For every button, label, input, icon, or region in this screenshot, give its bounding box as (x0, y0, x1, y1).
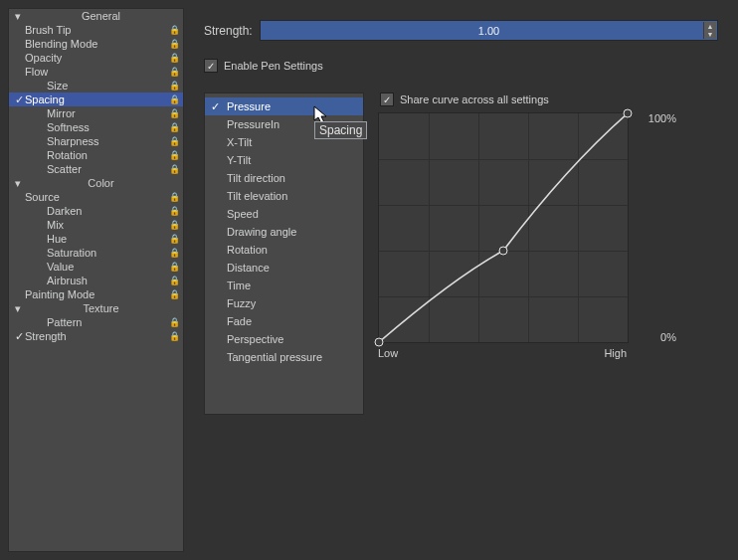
check-icon: ✓ (211, 100, 225, 113)
sensor-item-perspective[interactable]: ✓Perspective (205, 330, 363, 348)
sidebar-item-painting-mode[interactable]: ✓Painting Mode🔒 (9, 287, 183, 301)
spin-up-icon[interactable]: ▲ (704, 22, 716, 31)
collapse-icon: ▾ (13, 177, 23, 190)
sidebar-item-blending-mode[interactable]: ✓Blending Mode🔒 (9, 37, 183, 51)
sensor-item-tangential-pressure[interactable]: ✓Tangential pressure (205, 348, 363, 366)
sidebar-item-label: Mirror (25, 107, 169, 119)
lock-icon: 🔒 (169, 248, 179, 258)
check-icon: ✓ (13, 330, 25, 343)
lock-icon: 🔒 (169, 25, 179, 35)
sensor-item-y-tilt[interactable]: ✓Y-Tilt (205, 151, 363, 169)
sidebar-item-softness[interactable]: ✓Softness🔒 (9, 120, 183, 134)
share-curve-checkbox[interactable]: ✓ Share curve across all settings (380, 93, 718, 106)
checkbox-icon: ✓ (380, 93, 394, 106)
lock-icon: 🔒 (169, 276, 179, 285)
sidebar-item-label: Opacity (25, 52, 169, 64)
sensor-label: Fuzzy (225, 297, 256, 309)
sidebar-item-label: Value (25, 261, 169, 273)
strength-label: Strength: (204, 24, 252, 38)
spin-down-icon[interactable]: ▼ (704, 31, 716, 40)
lock-icon: 🔒 (169, 108, 179, 118)
sidebar-item-label: Flow (25, 66, 169, 78)
enable-pen-checkbox[interactable]: ✓ Enable Pen Settings (204, 59, 718, 73)
section-header[interactable]: ▾Color (9, 176, 183, 190)
sensor-list[interactable]: ✓Pressure✓PressureIn✓X-Tilt✓Y-Tilt✓Tilt … (204, 93, 364, 415)
lock-icon: 🔒 (169, 234, 179, 244)
sensor-item-speed[interactable]: ✓Speed (205, 205, 363, 223)
curve-control-point[interactable] (499, 247, 508, 256)
sensor-label: Tangential pressure (225, 351, 322, 363)
sidebar-item-airbrush[interactable]: ✓Airbrush🔒 (9, 274, 183, 287)
sidebar-item-label: Brush Tip (25, 24, 169, 36)
enable-pen-label: Enable Pen Settings (224, 60, 323, 72)
sensor-label: PressureIn (225, 118, 279, 130)
sensor-item-fuzzy[interactable]: ✓Fuzzy (205, 294, 363, 312)
lock-icon: 🔒 (169, 206, 179, 216)
section-title: General (23, 10, 179, 22)
lock-icon: 🔒 (169, 262, 179, 272)
sensor-item-tilt-elevation[interactable]: ✓Tilt elevation (205, 187, 363, 205)
sidebar-item-label: Source (25, 191, 169, 203)
sidebar-item-mix[interactable]: ✓Mix🔒 (9, 218, 183, 232)
sidebar-item-label: Size (25, 80, 169, 92)
sidebar-item-label: Strength (25, 330, 169, 342)
sensor-item-drawing-angle[interactable]: ✓Drawing angle (205, 223, 363, 241)
sensor-item-distance[interactable]: ✓Distance (205, 259, 363, 277)
settings-sidebar[interactable]: ▾General✓Brush Tip🔒✓Blending Mode🔒✓Opaci… (8, 8, 184, 552)
sidebar-item-hue[interactable]: ✓Hue🔒 (9, 232, 183, 246)
sidebar-item-strength[interactable]: ✓Strength🔒 (9, 329, 183, 343)
sensor-label: Y-Tilt (225, 154, 251, 166)
strength-spinbox[interactable]: 1.00 ▲▼ (260, 20, 718, 41)
sidebar-item-label: Sharpness (25, 135, 169, 147)
sidebar-item-size[interactable]: ✓Size🔒 (9, 79, 183, 93)
check-icon: ✓ (13, 93, 25, 106)
main-panel: Strength: 1.00 ▲▼ ✓ Enable Pen Settings … (184, 0, 738, 560)
sidebar-item-value[interactable]: ✓Value🔒 (9, 260, 183, 274)
sidebar-item-saturation[interactable]: ✓Saturation🔒 (9, 246, 183, 260)
lock-icon: 🔒 (169, 317, 179, 327)
sidebar-item-mirror[interactable]: ✓Mirror🔒 (9, 106, 183, 120)
sidebar-item-brush-tip[interactable]: ✓Brush Tip🔒 (9, 23, 183, 37)
lock-icon: 🔒 (169, 331, 179, 341)
sensor-item-tilt-direction[interactable]: ✓Tilt direction (205, 169, 363, 187)
sensor-item-fade[interactable]: ✓Fade (205, 312, 363, 330)
sidebar-item-sharpness[interactable]: ✓Sharpness🔒 (9, 134, 183, 148)
sidebar-item-flow[interactable]: ✓Flow🔒 (9, 65, 183, 79)
sensor-item-time[interactable]: ✓Time (205, 277, 363, 294)
sidebar-item-source[interactable]: ✓Source🔒 (9, 190, 183, 204)
sidebar-item-label: Hue (25, 233, 169, 245)
sensor-item-rotation[interactable]: ✓Rotation (205, 241, 363, 259)
sidebar-item-label: Saturation (25, 247, 169, 259)
section-header[interactable]: ▾General (9, 9, 183, 23)
sensor-label: Time (225, 280, 251, 291)
lock-icon: 🔒 (169, 39, 179, 49)
sidebar-item-scatter[interactable]: ✓Scatter🔒 (9, 162, 183, 176)
sensor-label: Distance (225, 262, 270, 274)
section-header[interactable]: ▾Texture (9, 301, 183, 315)
lock-icon: 🔒 (169, 81, 179, 91)
sidebar-item-darken[interactable]: ✓Darken🔒 (9, 204, 183, 218)
x-axis-right: High (604, 347, 627, 359)
sensor-label: Speed (225, 208, 259, 220)
lock-icon: 🔒 (169, 136, 179, 146)
curve-control-point[interactable] (624, 109, 633, 118)
lock-icon: 🔒 (169, 67, 179, 77)
curve-graph[interactable] (378, 112, 629, 343)
sidebar-item-opacity[interactable]: ✓Opacity🔒 (9, 51, 183, 65)
spin-arrows[interactable]: ▲▼ (703, 22, 716, 39)
sensor-label: Tilt direction (225, 172, 285, 184)
curve-panel: ✓ Share curve across all settings 100% 0… (378, 93, 718, 415)
lock-icon: 🔒 (169, 122, 179, 132)
sidebar-item-label: Softness (25, 121, 169, 133)
sidebar-item-rotation[interactable]: ✓Rotation🔒 (9, 148, 183, 162)
sidebar-item-spacing[interactable]: ✓Spacing🔒 (9, 93, 183, 106)
lock-icon: 🔒 (169, 150, 179, 160)
curve-control-point[interactable] (375, 338, 384, 347)
sensor-item-pressure[interactable]: ✓Pressure (205, 97, 363, 115)
checkbox-icon: ✓ (204, 59, 218, 73)
sidebar-item-label: Painting Mode (25, 288, 169, 300)
sidebar-item-pattern[interactable]: ✓Pattern🔒 (9, 315, 183, 329)
collapse-icon: ▾ (13, 302, 23, 315)
sidebar-item-label: Scatter (25, 163, 169, 175)
x-axis-left: Low (378, 347, 398, 359)
